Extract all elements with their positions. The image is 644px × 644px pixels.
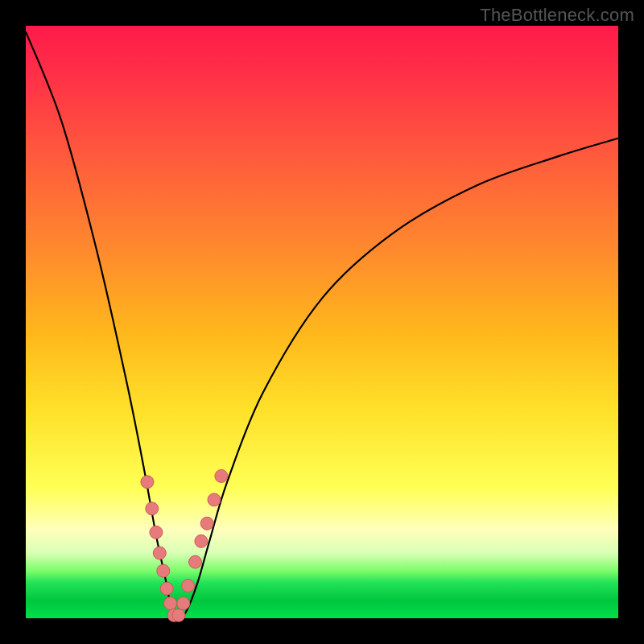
bottleneck-curve — [26, 31, 618, 618]
curve-svg — [26, 26, 618, 618]
marker-dot — [153, 547, 166, 559]
marker-dot — [177, 597, 190, 610]
marker-dot — [164, 597, 177, 610]
marker-dot — [189, 555, 202, 568]
marker-dot — [146, 502, 159, 515]
watermark-text: TheBottleneck.com — [480, 5, 634, 26]
marker-dot — [172, 609, 185, 621]
marker-dot — [215, 469, 228, 482]
marker-dot — [157, 564, 170, 577]
marker-dots — [141, 469, 228, 621]
plot-area — [26, 26, 618, 618]
marker-dot — [200, 517, 213, 530]
chart-frame: TheBottleneck.com — [0, 0, 644, 644]
marker-dot — [208, 493, 221, 506]
marker-dot — [160, 582, 173, 595]
marker-dot — [195, 535, 208, 547]
marker-dot — [141, 476, 154, 489]
marker-dot — [150, 526, 163, 539]
marker-dot — [182, 580, 195, 592]
